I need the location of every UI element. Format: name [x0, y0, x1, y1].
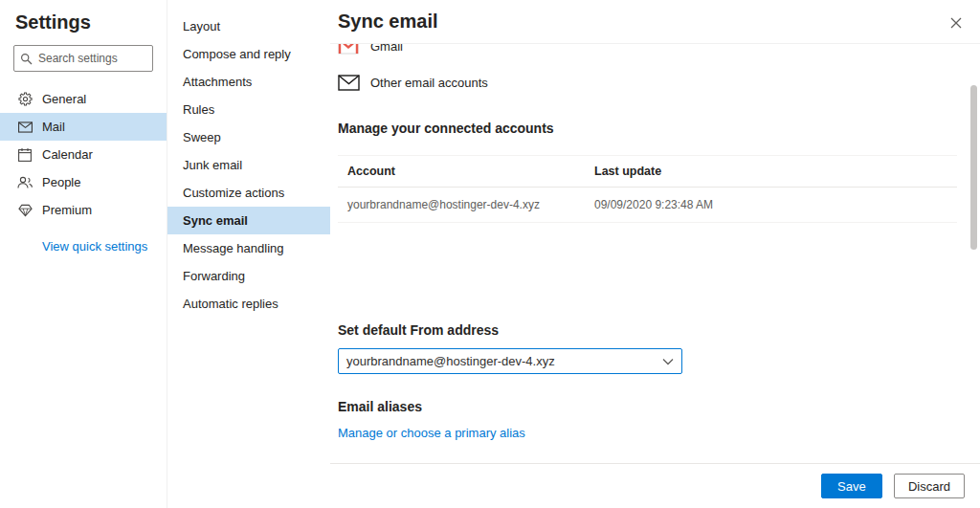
- column-header-last-update: Last update: [594, 165, 957, 178]
- table-header-row: Account Last update: [338, 156, 957, 188]
- sync-email-panel: Sync email Gmail: [330, 0, 980, 508]
- calendar-icon: [17, 147, 33, 163]
- close-icon: [950, 17, 962, 29]
- account-cell: yourbrandname@hostinger-dev-4.xyz: [347, 198, 594, 211]
- account-option-label: Gmail: [370, 44, 403, 54]
- mailnav-item-forwarding[interactable]: Forwarding: [167, 262, 330, 290]
- mailnav-item-customize-actions[interactable]: Customize actions: [167, 179, 330, 207]
- close-button[interactable]: [946, 12, 967, 33]
- mailnav-item-automatic-replies[interactable]: Automatic replies: [167, 290, 330, 318]
- account-option-label: Other email accounts: [370, 76, 488, 90]
- sidebar-item-general[interactable]: General: [0, 85, 167, 113]
- sidebar-item-label: Premium: [42, 203, 92, 217]
- dropdown-selected-value: yourbrandname@hostinger-dev-4.xyz: [346, 354, 662, 368]
- panel-scroll-area: Gmail Other email accounts Manage your c…: [330, 44, 980, 463]
- connected-accounts-table: Account Last update yourbrandname@hostin…: [338, 155, 957, 223]
- search-icon: [20, 53, 33, 65]
- settings-search[interactable]: [13, 45, 153, 72]
- chevron-down-icon: [662, 358, 674, 365]
- panel-footer: Save Discard: [330, 463, 980, 508]
- last-update-cell: 09/09/2020 9:23:48 AM: [594, 198, 957, 211]
- view-quick-settings-link[interactable]: View quick settings: [42, 239, 167, 254]
- mailnav-item-sweep[interactable]: Sweep: [167, 123, 330, 151]
- scrollbar-thumb[interactable]: [970, 85, 977, 250]
- vertical-scrollbar[interactable]: [970, 45, 978, 462]
- settings-dialog: Settings General: [0, 0, 980, 508]
- settings-sidebar: Settings General: [0, 0, 167, 508]
- sidebar-item-premium[interactable]: Premium: [0, 196, 167, 224]
- page-title: Sync email: [338, 11, 438, 33]
- sidebar-item-label: Mail: [42, 120, 65, 134]
- sidebar-item-label: General: [42, 92, 86, 106]
- mailnav-item-layout[interactable]: Layout: [167, 12, 330, 40]
- sidebar-item-calendar[interactable]: Calendar: [0, 141, 167, 168]
- mailnav-item-message-handling[interactable]: Message handling: [167, 234, 330, 262]
- premium-diamond-icon: [17, 203, 33, 218]
- sidebar-item-people[interactable]: People: [0, 168, 167, 196]
- sidebar-nav: General Mail: [0, 85, 167, 224]
- mailnav-item-sync-email[interactable]: Sync email: [167, 207, 330, 234]
- sidebar-item-mail[interactable]: Mail: [0, 113, 167, 141]
- sidebar-item-label: Calendar: [42, 147, 93, 162]
- gmail-icon: [338, 44, 363, 55]
- save-button[interactable]: Save: [821, 474, 882, 498]
- mail-settings-nav: Layout Compose and reply Attachments Rul…: [167, 0, 330, 508]
- column-header-account: Account: [347, 165, 594, 178]
- envelope-icon: [338, 75, 363, 91]
- default-from-dropdown[interactable]: yourbrandname@hostinger-dev-4.xyz: [338, 348, 682, 374]
- other-email-accounts-option[interactable]: Other email accounts: [338, 69, 957, 96]
- mailnav-item-junk-email[interactable]: Junk email: [167, 151, 330, 179]
- manage-alias-link[interactable]: Manage or choose a primary alias: [338, 426, 525, 440]
- default-from-heading: Set default From address: [338, 322, 957, 338]
- discard-button[interactable]: Discard: [894, 474, 965, 498]
- people-icon: [17, 175, 33, 190]
- email-aliases-heading: Email aliases: [338, 399, 957, 414]
- connected-accounts-heading: Manage your connected accounts: [338, 121, 957, 136]
- sidebar-item-label: People: [42, 175, 80, 189]
- gear-icon: [17, 92, 33, 107]
- mail-icon: [17, 120, 33, 135]
- settings-title: Settings: [0, 11, 167, 45]
- panel-header: Sync email: [330, 0, 980, 44]
- mailnav-item-compose-and-reply[interactable]: Compose and reply: [167, 40, 330, 68]
- mailnav-item-attachments[interactable]: Attachments: [167, 68, 330, 96]
- mailnav-item-rules[interactable]: Rules: [167, 96, 330, 123]
- gmail-option[interactable]: Gmail: [338, 44, 957, 59]
- search-input[interactable]: [38, 52, 146, 65]
- table-row[interactable]: yourbrandname@hostinger-dev-4.xyz 09/09/…: [338, 188, 957, 223]
